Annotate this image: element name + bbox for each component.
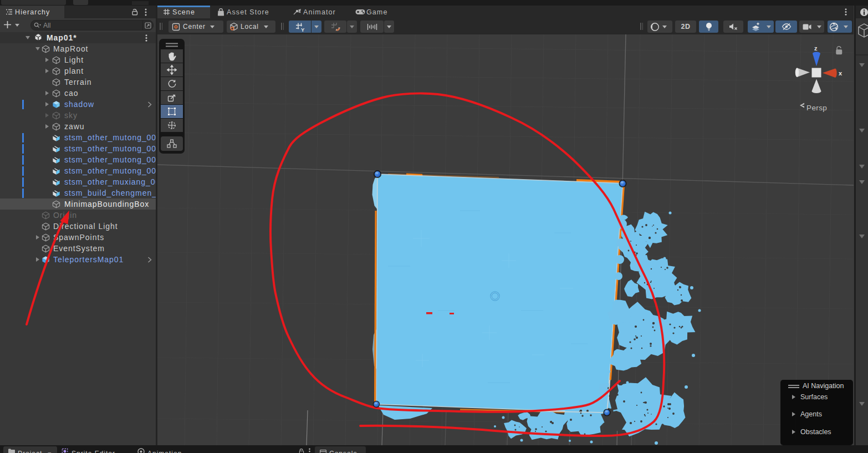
svg-text:Y: Y [301, 26, 305, 32]
